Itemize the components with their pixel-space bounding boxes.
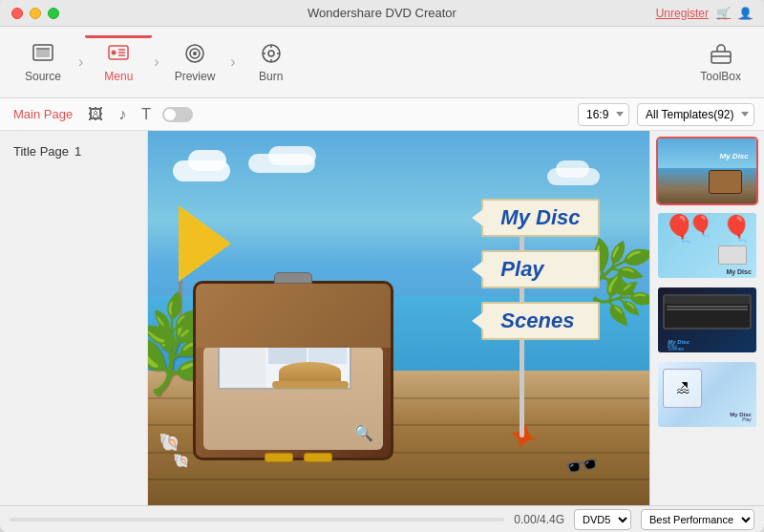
template-thumb-3[interactable]: My Disc Play Scenes <box>656 286 758 354</box>
toolbox-icon <box>709 41 733 66</box>
magnifier-icon: 🔍 <box>354 424 373 442</box>
toolbar-item-menu[interactable]: Menu <box>85 35 152 89</box>
shell-2: 🐚 <box>173 453 189 468</box>
main-content: Title Page 1 <box>0 131 764 505</box>
sign-mydisc: My Disc <box>481 199 599 237</box>
page-number: 1 <box>74 144 81 159</box>
toolbar-item-preview[interactable]: Preview <box>161 35 229 89</box>
titlebar: Wondershare DVD Creator Unregister 🛒 👤 <box>0 0 764 27</box>
svg-point-10 <box>193 52 197 55</box>
minimize-button[interactable] <box>30 8 41 19</box>
dvd-preview-area[interactable]: 🌿 🌿 🌿 🌿 <box>148 131 649 505</box>
subtoolbar: Main Page 🖼 ♪ T 16:9 4:3 All Templates(9… <box>0 98 764 131</box>
signpost-container: My Disc Play Scenes <box>481 199 599 340</box>
text-icon-btn[interactable]: T <box>138 104 155 125</box>
close-button[interactable] <box>11 8 23 19</box>
templates-panel: My Disc 🎈 🎈 🎈 My Disc <box>649 131 764 505</box>
toolbar-item-burn[interactable]: Burn <box>238 35 305 89</box>
hat-brim <box>272 381 349 389</box>
main-toolbar: Source › Menu › Preview › <box>0 27 764 98</box>
yellow-flag <box>179 205 231 282</box>
image-icon-btn[interactable]: 🖼 <box>84 104 107 125</box>
suitcase-handle <box>274 272 312 284</box>
statusbar: 0.00/4.4G DVD5 DVD9 Best Performance Bes… <box>0 505 764 532</box>
performance-select[interactable]: Best Performance Best Quality <box>641 509 754 530</box>
maximize-button[interactable] <box>48 8 59 19</box>
preview-label: Preview <box>175 70 216 83</box>
size-label: 0.00/4.4G <box>514 513 564 526</box>
left-panel: Title Page 1 <box>0 131 148 505</box>
sunglasses: 🕶️ <box>562 447 603 486</box>
unregister-link[interactable]: Unregister 🛒 👤 <box>656 7 753 20</box>
preview-scene: 🌿 🌿 🌿 🌿 <box>148 131 649 505</box>
template-thumb-1[interactable]: My Disc <box>656 137 758 205</box>
aspect-ratio-select[interactable]: 16:9 4:3 <box>578 103 629 126</box>
sign-play: Play <box>481 250 599 288</box>
svg-point-12 <box>268 51 274 56</box>
person-icon: 👤 <box>738 7 753 20</box>
list-item[interactable]: Title Page 1 <box>8 140 139 162</box>
burn-icon <box>259 41 284 66</box>
toolbar-item-toolbox[interactable]: ToolBox <box>687 35 754 89</box>
cloud-4 <box>268 146 316 165</box>
suitcase-lid <box>193 281 393 348</box>
arrow-icon-3: › <box>230 53 235 71</box>
sign-arrow-1 <box>472 209 483 226</box>
toolbox-label: ToolBox <box>700 70 741 83</box>
template-filter-select[interactable]: All Templates(92) <box>637 103 754 126</box>
toolbar-item-source[interactable]: Source <box>10 35 76 89</box>
preview-icon <box>182 41 207 66</box>
cloud-2 <box>188 150 226 171</box>
burn-label: Burn <box>259 70 283 83</box>
svg-rect-2 <box>36 48 50 50</box>
hat-area <box>279 362 341 393</box>
hat-dome <box>279 362 341 381</box>
svg-rect-17 <box>711 52 731 63</box>
tab-main-page[interactable]: Main Page <box>10 105 76 123</box>
cloud-6 <box>556 160 589 178</box>
shells: 🐚 <box>159 432 180 453</box>
sign-arrow-2 <box>472 261 483 278</box>
svg-point-4 <box>112 51 117 55</box>
window-controls <box>11 8 59 19</box>
music-icon-btn[interactable]: ♪ <box>115 104 130 125</box>
sign-arrow-3 <box>472 312 483 330</box>
progress-bar <box>10 518 504 521</box>
arrow-icon-2: › <box>154 53 159 71</box>
window-title: Wondershare DVD Creator <box>308 6 456 20</box>
disc-type-select[interactable]: DVD5 DVD9 <box>574 509 631 530</box>
suitcase-body: 🔍 <box>193 336 393 460</box>
clasp-left <box>265 453 293 462</box>
arrow-icon-1: › <box>78 53 83 71</box>
source-label: Source <box>25 70 61 83</box>
menu-label: Menu <box>104 70 133 83</box>
app-window: Wondershare DVD Creator Unregister 🛒 👤 S… <box>0 0 764 532</box>
page-label: Title Page <box>13 144 69 159</box>
menu-icon <box>106 41 131 66</box>
template-thumb-2[interactable]: 🎈 🎈 🎈 My Disc <box>656 211 758 280</box>
clasp-right <box>304 453 332 462</box>
cart-icon: 🛒 <box>716 7 731 20</box>
template-thumb-4[interactable]: 🏖 My Disc Play <box>656 360 758 429</box>
source-icon <box>31 41 55 66</box>
toggle-switch[interactable] <box>162 107 193 122</box>
sign-scenes: Scenes <box>481 302 599 340</box>
